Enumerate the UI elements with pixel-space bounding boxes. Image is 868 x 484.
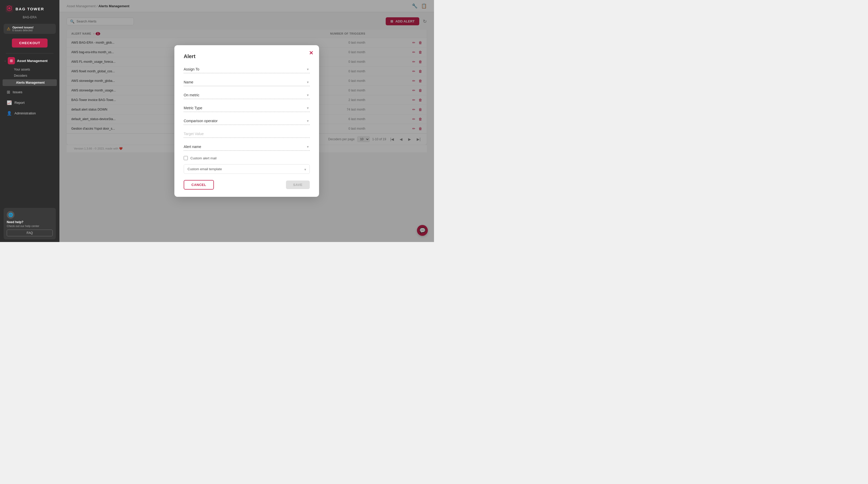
on-metric-field: On metric <box>184 91 310 99</box>
issues-label: Issues <box>13 90 23 94</box>
faq-button[interactable]: FAQ <box>7 230 53 236</box>
custom-mail-checkbox[interactable] <box>184 156 188 160</box>
alert-name-select[interactable]: Alert name <box>184 143 310 151</box>
name-select[interactable]: Name <box>184 78 310 86</box>
sidebar-item-alerts-management[interactable]: Alerts Management <box>3 79 57 86</box>
alert-name-field: Alert name <box>184 143 310 151</box>
target-value-input[interactable] <box>184 130 310 138</box>
sidebar-nav: - ⊞ Asset Management Your assets Decoder… <box>0 55 59 205</box>
logo-text: BAG·TOWER <box>16 7 44 11</box>
report-label: Report <box>14 101 25 105</box>
era-label: BAG-ERA <box>0 15 59 22</box>
help-sub: Check out our help center <box>7 224 53 228</box>
sidebar-help-box: 🌐 Need help? Check out our help center F… <box>4 208 56 239</box>
custom-mail-label[interactable]: Custom alert mail <box>190 156 216 160</box>
assign-to-select[interactable]: Assign To <box>184 66 310 73</box>
save-button[interactable]: SAVE <box>286 181 310 189</box>
admin-icon: 👤 <box>7 111 12 116</box>
on-metric-select[interactable]: On metric <box>184 91 310 99</box>
alert-sub: 6 issues detected <box>12 29 34 32</box>
custom-mail-row: Custom alert mail <box>184 156 310 160</box>
logo-icon <box>5 5 13 13</box>
sidebar-item-your-assets[interactable]: Your assets <box>0 66 59 72</box>
comparison-operator-select[interactable]: Comparison operator <box>184 117 310 125</box>
main-content: Asset Management / Alerts Management 🔧 📋… <box>59 0 434 242</box>
metric-type-field: Metric Type <box>184 104 310 112</box>
issues-icon: ⊞ <box>7 90 10 95</box>
cancel-button[interactable]: CANCEL <box>184 180 214 190</box>
asset-management-icon: ⊞ <box>8 57 15 64</box>
alert-modal: Alert ✕ Assign To Name <box>175 45 319 197</box>
email-template-wrapper: Custom email template <box>184 164 310 174</box>
logo: BAG·TOWER <box>0 0 59 15</box>
sidebar-alert-box: ⚠ Opened issues! 6 issues detected <box>4 24 56 34</box>
name-wrapper: Name <box>184 78 310 86</box>
comparison-operator-field: Comparison operator <box>184 117 310 125</box>
sidebar: BAG·TOWER BAG-ERA ⚠ Opened issues! 6 iss… <box>0 0 59 242</box>
modal-title: Alert <box>184 54 310 59</box>
svg-point-1 <box>8 7 10 9</box>
sidebar-item-issues[interactable]: ⊞ Issues <box>2 87 57 97</box>
email-template-select[interactable]: Custom email template <box>184 164 310 174</box>
sidebar-item-decoders[interactable]: Decoders <box>0 72 59 79</box>
sidebar-divider <box>6 53 54 54</box>
sidebar-item-report[interactable]: 📈 Report <box>2 98 57 108</box>
report-icon: 📈 <box>7 100 12 105</box>
target-value-field <box>184 130 310 138</box>
alert-icon: ⚠ <box>7 26 10 31</box>
sidebar-item-asset-management[interactable]: Asset Management <box>17 59 48 63</box>
name-field: Name <box>184 78 310 86</box>
admin-label: Administration <box>14 111 36 115</box>
help-title: Need help? <box>7 220 53 224</box>
modal-overlay: Alert ✕ Assign To Name <box>59 0 434 242</box>
checkout-button[interactable]: CHECKOUT <box>12 38 48 47</box>
collapse-icon[interactable]: - <box>5 59 6 62</box>
modal-close-button[interactable]: ✕ <box>309 50 313 56</box>
comparison-operator-wrapper: Comparison operator <box>184 117 310 125</box>
sidebar-item-administration[interactable]: 👤 Administration <box>2 108 57 118</box>
alert-name-wrapper: Alert name <box>184 143 310 151</box>
assign-to-field: Assign To <box>184 66 310 73</box>
metric-type-wrapper: Metric Type <box>184 104 310 112</box>
modal-footer: CANCEL SAVE <box>184 180 310 190</box>
alert-title: Opened issues! <box>12 26 34 29</box>
on-metric-wrapper: On metric <box>184 91 310 99</box>
assign-to-wrapper: Assign To <box>184 66 310 73</box>
help-icon: 🌐 <box>7 211 14 219</box>
metric-type-select[interactable]: Metric Type <box>184 104 310 112</box>
